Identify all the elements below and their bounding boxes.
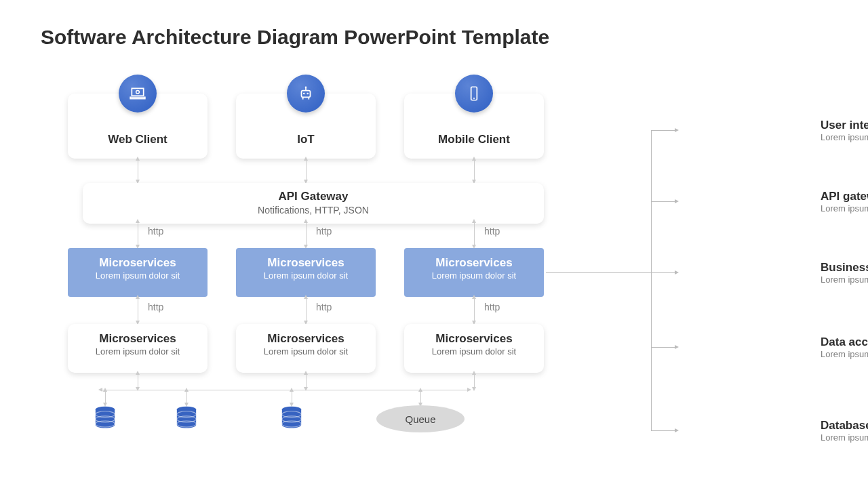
microservice-business: Microservices Lorem ipsum dolor sit: [236, 248, 376, 297]
ms-subtitle: Lorem ipsum dolor sit: [68, 270, 208, 281]
arrow-icon: [306, 374, 307, 388]
ms-title: Microservices: [404, 256, 544, 270]
arrow-icon: [474, 222, 475, 245]
layer-subtitle: Lorem ipsum dolor sit: [821, 274, 868, 285]
architecture-diagram: Web Client IoT Mobile Client API Gateway…: [68, 68, 556, 461]
ms-subtitle: Lorem ipsum dolor sit: [404, 346, 544, 357]
svg-point-0: [136, 90, 140, 94]
layer-subtitle: Lorem ipsum dolor sit: [821, 203, 868, 214]
arrow-icon: [306, 160, 307, 180]
ms-subtitle: Lorem ipsum dolor sit: [236, 346, 376, 357]
page-title: Software Architecture Diagram PowerPoint…: [41, 26, 549, 49]
ms-title: Microservices: [68, 256, 208, 270]
layer-title: Business logic layer: [821, 261, 868, 274]
layer-api: API gateway layer Lorem ipsum dolor sit: [821, 190, 868, 214]
ms-subtitle: Lorem ipsum dolor sit: [236, 270, 376, 281]
ms-title: Microservices: [236, 256, 376, 270]
arrow-icon: [138, 222, 138, 245]
http-label: http: [316, 226, 332, 237]
svg-rect-1: [302, 91, 311, 98]
phone-icon: [455, 75, 493, 113]
layer-title: Database layer: [821, 419, 868, 432]
laptop-icon: [119, 75, 157, 113]
robot-icon: [287, 75, 325, 113]
ms-title: Microservices: [68, 332, 208, 346]
bracket-line: [651, 130, 652, 431]
layer-database: Database layer Lorem ipsum dolor sit: [821, 419, 868, 443]
arrow-icon: [306, 222, 307, 245]
layer-ui: User interface layer Lorem ipsum dolor s…: [821, 119, 868, 142]
queue-node: Queue: [376, 405, 465, 432]
microservice-data: Microservices Lorem ipsum dolor sit: [236, 324, 376, 373]
client-label: Web Client: [108, 133, 167, 146]
arrow-icon: [474, 374, 475, 388]
database-icon: [94, 405, 117, 434]
ms-subtitle: Lorem ipsum dolor sit: [404, 270, 544, 281]
svg-point-5: [305, 86, 307, 88]
arrow-icon: [474, 160, 475, 180]
bracket-arrow: [651, 201, 675, 202]
svg-point-3: [307, 93, 309, 95]
layer-title: User interface layer: [821, 119, 868, 132]
client-web: Web Client: [68, 94, 208, 159]
microservice-business: Microservices Lorem ipsum dolor sit: [404, 248, 544, 297]
microservice-data: Microservices Lorem ipsum dolor sit: [68, 324, 208, 373]
http-label: http: [148, 302, 163, 312]
layer-subtitle: Lorem ipsum dolor sit: [821, 132, 868, 142]
bracket-arrow: [651, 130, 675, 131]
arrow-icon: [138, 374, 138, 388]
queue-label: Queue: [405, 413, 435, 425]
layer-title: Data access layer: [821, 336, 868, 349]
arrow-icon: [186, 391, 187, 403]
client-mobile: Mobile Client: [404, 94, 544, 159]
layer-business: Business logic layer Lorem ipsum dolor s…: [821, 261, 868, 285]
arrow-icon: [420, 391, 421, 403]
bracket-arrow: [651, 347, 675, 348]
bracket-arrow: [651, 430, 675, 431]
http-label: http: [484, 226, 500, 237]
bracket-arrow: [546, 272, 675, 273]
arrow-icon: [102, 390, 468, 390]
svg-point-9: [473, 98, 475, 99]
api-gateway-card: API Gateway Notifications, HTTP, JSON: [83, 183, 544, 224]
layer-title: API gateway layer: [821, 190, 868, 203]
http-label: http: [148, 226, 163, 237]
client-iot: IoT: [236, 94, 376, 159]
ms-subtitle: Lorem ipsum dolor sit: [68, 346, 208, 357]
layer-subtitle: Lorem ipsum dolor sit: [821, 432, 868, 443]
ms-title: Microservices: [236, 332, 376, 346]
client-label: Mobile Client: [438, 133, 510, 146]
database-icon: [280, 405, 303, 434]
arrow-icon: [474, 298, 475, 321]
ms-title: Microservices: [404, 332, 544, 346]
svg-point-2: [303, 93, 305, 95]
api-subtitle: Notifications, HTTP, JSON: [83, 205, 544, 216]
client-label: IoT: [297, 133, 315, 146]
arrow-icon: [105, 391, 106, 403]
arrow-icon: [138, 298, 138, 321]
api-title: API Gateway: [83, 190, 544, 203]
arrow-icon: [292, 391, 292, 403]
arrow-icon: [138, 160, 138, 180]
database-icon: [175, 405, 198, 434]
http-label: http: [316, 302, 332, 312]
microservice-business: Microservices Lorem ipsum dolor sit: [68, 248, 208, 297]
microservice-data: Microservices Lorem ipsum dolor sit: [404, 324, 544, 373]
http-label: http: [484, 302, 500, 312]
arrow-icon: [306, 298, 307, 321]
layer-data-access: Data access layer Lorem ipsum dolor sit: [821, 336, 868, 359]
layer-subtitle: Lorem ipsum dolor sit: [821, 349, 868, 359]
